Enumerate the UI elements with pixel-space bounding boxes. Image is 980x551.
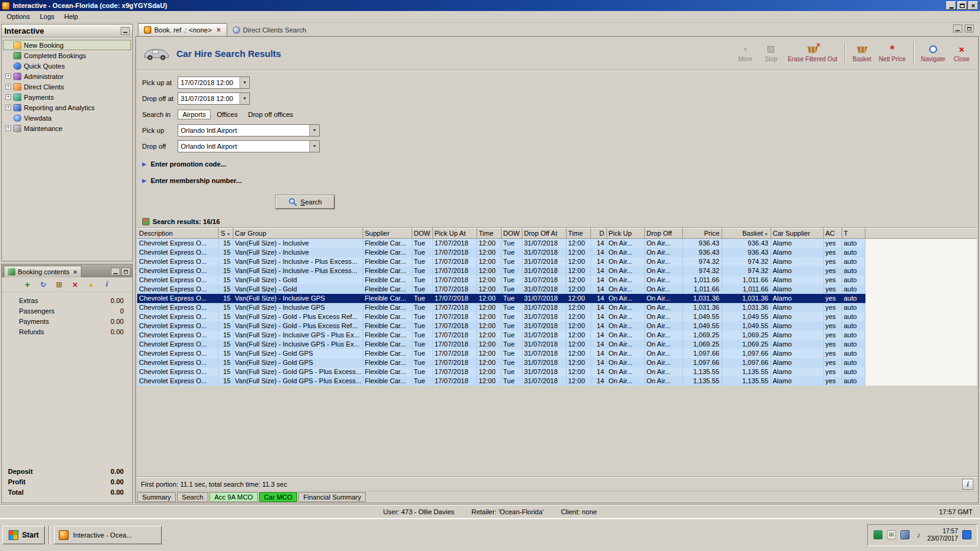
sidebar-item-maintenance[interactable]: +Maintenance bbox=[3, 123, 131, 133]
table-row[interactable]: Chevrolet Express O...15Van(Full Size) -… bbox=[137, 377, 977, 386]
column-header-s[interactable]: S▼ bbox=[218, 228, 233, 239]
window-maximize-button[interactable] bbox=[957, 1, 967, 10]
toolbar-navigate-button[interactable]: Navigate bbox=[921, 45, 945, 62]
toolbar-basket-button[interactable]: Basket bbox=[853, 45, 872, 62]
search-in-airports[interactable]: Airports bbox=[178, 110, 211, 119]
sidebar-item-new-booking[interactable]: New Booking bbox=[3, 40, 131, 50]
bottom-tab-acc-9a-mco[interactable]: Acc 9A MCO bbox=[209, 492, 258, 502]
tab-book-ref-none[interactable]: Book. ref .: <none>× bbox=[138, 23, 227, 36]
menu-options[interactable]: Options bbox=[2, 12, 35, 21]
view-minimize-button[interactable] bbox=[953, 24, 962, 32]
column-header-d[interactable]: D bbox=[590, 228, 606, 239]
membership-number-disclosure[interactable]: ▶ Enter membership number... bbox=[142, 176, 978, 186]
tray-network-icon[interactable] bbox=[900, 530, 910, 539]
column-header-car-supplier[interactable]: Car Supplier bbox=[771, 228, 823, 239]
table-row[interactable]: Chevrolet Express O...15Van(Full Size) -… bbox=[137, 303, 977, 312]
booking-minimize-button[interactable] bbox=[111, 268, 120, 276]
expand-icon[interactable]: + bbox=[6, 105, 11, 110]
window-minimize-button[interactable] bbox=[946, 1, 956, 10]
view-maximize-button[interactable] bbox=[965, 24, 974, 32]
sidebar-item-administrator[interactable]: +Administrator bbox=[3, 71, 131, 81]
search-in-offices[interactable]: Offices bbox=[213, 110, 242, 119]
delete-icon[interactable]: × bbox=[70, 280, 81, 290]
sidebar-item-quick-quotes[interactable]: Quick Quotes bbox=[3, 61, 131, 71]
toolbar-close-button[interactable]: ×Close bbox=[952, 45, 971, 62]
taskbar-clock[interactable]: 17:57 23/07/2017 bbox=[927, 528, 958, 542]
column-header-dow[interactable]: DOW bbox=[501, 228, 522, 239]
dropdown-arrow-icon[interactable]: ▼ bbox=[239, 93, 249, 104]
table-row[interactable]: Chevrolet Express O...15Van(Full Size) -… bbox=[137, 248, 977, 257]
tab-close-icon[interactable]: × bbox=[217, 26, 221, 34]
refresh-icon[interactable]: ↻ bbox=[38, 280, 49, 290]
bottom-tab-search[interactable]: Search bbox=[177, 492, 208, 502]
sidebar-item-viewdata[interactable]: Viewdata bbox=[3, 113, 131, 123]
table-row[interactable]: Chevrolet Express O...15Van(Full Size) -… bbox=[137, 340, 977, 349]
table-row[interactable]: Chevrolet Express O...15Van(Full Size) -… bbox=[137, 367, 977, 377]
column-header-basket[interactable]: Basket▼ bbox=[722, 228, 771, 239]
toolbar-nett-price-button[interactable]: *Nett Price bbox=[879, 45, 906, 62]
pickup-combo[interactable]: Orlando Intl Airport ▼ bbox=[178, 124, 320, 137]
table-row[interactable]: Chevrolet Express O...15Van(Full Size) -… bbox=[137, 294, 977, 303]
tray-mail-icon[interactable]: ✉ bbox=[887, 530, 896, 539]
booking-maximize-button[interactable] bbox=[121, 268, 130, 276]
add-icon[interactable]: + bbox=[22, 280, 33, 290]
tray-chart-icon[interactable] bbox=[873, 530, 883, 539]
info-icon[interactable]: i bbox=[102, 280, 113, 290]
column-header-pick-up-at[interactable]: Pick Up At bbox=[432, 228, 477, 239]
dropdown-arrow-icon[interactable]: ▼ bbox=[309, 125, 319, 136]
bottom-tab-car-mco[interactable]: Car MCO bbox=[259, 492, 297, 502]
dropdown-arrow-icon[interactable]: ▼ bbox=[309, 141, 319, 152]
table-row[interactable]: Chevrolet Express O...15Van(Full Size) -… bbox=[137, 257, 977, 266]
column-header-car-group[interactable]: Car Group bbox=[233, 228, 363, 239]
menu-logs[interactable]: Logs bbox=[35, 12, 59, 21]
tray-display-icon[interactable] bbox=[962, 530, 971, 539]
dropdown-arrow-icon[interactable]: ▼ bbox=[239, 77, 249, 88]
taskbar-app-button[interactable]: Interactive - Ocea... bbox=[54, 526, 162, 544]
promote-icon[interactable]: ▲ bbox=[86, 280, 97, 290]
expand-icon[interactable]: + bbox=[6, 84, 11, 89]
promotion-code-disclosure[interactable]: ▶ Enter promotion code... bbox=[142, 159, 978, 169]
booking-tab-close-icon[interactable]: × bbox=[73, 268, 77, 276]
column-header-price[interactable]: Price bbox=[682, 228, 722, 239]
expand-icon[interactable]: + bbox=[6, 73, 11, 79]
table-row[interactable]: Chevrolet Express O...15Van(Full Size) -… bbox=[137, 239, 977, 248]
pickup-at-combo[interactable]: 17/07/2018 12:00 ▼ bbox=[178, 77, 250, 89]
panel-collapse-button[interactable] bbox=[121, 27, 130, 35]
search-in-drop-off-offices[interactable]: Drop off offices bbox=[244, 110, 298, 119]
column-header-dow[interactable]: DOW bbox=[412, 228, 432, 239]
menu-help[interactable]: Help bbox=[59, 12, 83, 21]
tab-direct-clients-search[interactable]: Direct Clients Search bbox=[227, 23, 312, 36]
basket-add-icon[interactable]: ⊞ bbox=[54, 280, 65, 290]
column-header-drop-off[interactable]: Drop Off bbox=[644, 228, 682, 239]
tray-volume-icon[interactable]: ♪ bbox=[914, 530, 923, 539]
column-header-pick-up[interactable]: Pick Up bbox=[606, 228, 644, 239]
table-row[interactable]: Chevrolet Express O...15Van(Full Size) -… bbox=[137, 358, 977, 367]
table-row[interactable]: Chevrolet Express O...15Van(Full Size) -… bbox=[137, 321, 977, 331]
table-row[interactable]: Chevrolet Express O...15Van(Full Size) -… bbox=[137, 349, 977, 358]
toolbar-erase-filtered-out-button[interactable]: ×Erase Filtered Out bbox=[788, 45, 837, 62]
expand-icon[interactable]: + bbox=[6, 126, 11, 131]
info-button[interactable]: i bbox=[962, 479, 973, 490]
start-button[interactable]: Start bbox=[2, 526, 45, 544]
column-header-time[interactable]: Time bbox=[566, 228, 590, 239]
dropoff-at-combo[interactable]: 31/07/2018 12:00 ▼ bbox=[178, 92, 250, 105]
column-header-supplier[interactable]: Supplier bbox=[363, 228, 412, 239]
booking-contents-tab[interactable]: Booking contents × bbox=[4, 266, 81, 277]
sidebar-item-payments[interactable]: +Payments bbox=[3, 92, 131, 102]
column-header-ac[interactable]: AC bbox=[823, 228, 842, 239]
column-header-drop-off-at[interactable]: Drop Off At bbox=[522, 228, 566, 239]
sidebar-item-direct-clients[interactable]: +Direct Clients bbox=[3, 81, 131, 92]
table-row[interactable]: Chevrolet Express O...15Van(Full Size) -… bbox=[137, 276, 977, 285]
bottom-tab-summary[interactable]: Summary bbox=[137, 492, 176, 502]
window-close-button[interactable]: × bbox=[968, 1, 978, 10]
sidebar-item-completed-bookings[interactable]: Completed Bookings bbox=[3, 50, 131, 61]
dropoff-combo[interactable]: Orlando Intl Airport ▼ bbox=[178, 140, 320, 152]
column-header-description[interactable]: Description bbox=[137, 228, 218, 239]
bottom-tab-financial-summary[interactable]: Financial Summary bbox=[298, 492, 366, 502]
table-row[interactable]: Chevrolet Express O...15Van(Full Size) -… bbox=[137, 285, 977, 294]
column-header-t[interactable]: T bbox=[842, 228, 865, 239]
sidebar-item-reporting-and-analytics[interactable]: +Reporting and Analytics bbox=[3, 102, 131, 113]
expand-icon[interactable]: + bbox=[6, 94, 11, 100]
table-row[interactable]: Chevrolet Express O...15Van(Full Size) -… bbox=[137, 266, 977, 276]
table-row[interactable]: Chevrolet Express O...15Van(Full Size) -… bbox=[137, 331, 977, 340]
